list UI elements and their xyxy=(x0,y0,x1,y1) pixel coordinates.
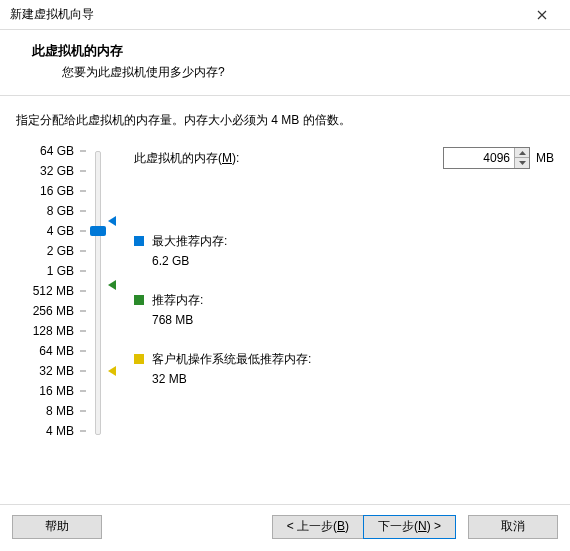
memory-unit: MB xyxy=(536,151,554,165)
scale-label: 8 MB xyxy=(46,405,74,417)
scale-label: 4 MB xyxy=(46,425,74,437)
help-button[interactable]: 帮助 xyxy=(12,515,102,539)
marker-rec-icon xyxy=(108,280,116,290)
close-icon xyxy=(537,10,547,20)
chevron-down-icon xyxy=(519,161,526,165)
spinner-up-button[interactable] xyxy=(515,148,529,158)
footer: 帮助 < 上一步(B) 下一步(N) > 取消 xyxy=(0,504,570,548)
scale-label: 1 GB xyxy=(47,265,74,277)
scale-label: 64 MB xyxy=(39,345,74,357)
min-recommended-block: 客户机操作系统最低推荐内存: 32 MB xyxy=(134,351,554,386)
scale-tick xyxy=(80,371,86,372)
max-recommended-block: 最大推荐内存: 6.2 GB xyxy=(134,233,554,268)
square-yellow-icon xyxy=(134,354,144,364)
spinner-down-button[interactable] xyxy=(515,158,529,168)
memory-input[interactable] xyxy=(444,149,514,167)
marker-min-icon xyxy=(108,366,116,376)
scale-tick xyxy=(80,291,86,292)
min-recommended-value: 32 MB xyxy=(152,372,311,386)
scale-tick xyxy=(80,231,86,232)
scale-label: 32 MB xyxy=(39,365,74,377)
cancel-button[interactable]: 取消 xyxy=(468,515,558,539)
scale-tick xyxy=(80,331,86,332)
instruction-text: 指定分配给此虚拟机的内存量。内存大小必须为 4 MB 的倍数。 xyxy=(16,112,554,129)
scale-tick xyxy=(80,191,86,192)
scale-tick xyxy=(80,391,86,392)
recommended-block: 推荐内存: 768 MB xyxy=(134,292,554,327)
scale-label: 256 MB xyxy=(33,305,74,317)
slider-track xyxy=(95,151,101,435)
max-recommended-value: 6.2 GB xyxy=(152,254,227,268)
memory-input-label: 此虚拟机的内存(M): xyxy=(134,150,443,167)
info-column: 此虚拟机的内存(M): MB xyxy=(118,147,554,439)
scale-tick xyxy=(80,411,86,412)
scale-label: 16 GB xyxy=(40,185,74,197)
square-green-icon xyxy=(134,295,144,305)
scale-label: 16 MB xyxy=(39,385,74,397)
scale-labels-column: 64 GB32 GB16 GB8 GB4 GB2 GB1 GB512 MB256… xyxy=(16,147,88,439)
max-recommended-label: 最大推荐内存: xyxy=(152,233,227,250)
min-recommended-label: 客户机操作系统最低推荐内存: xyxy=(152,351,311,368)
scale-tick xyxy=(80,311,86,312)
next-button[interactable]: 下一步(N) > xyxy=(363,515,456,539)
chevron-up-icon xyxy=(519,151,526,155)
scale-label: 4 GB xyxy=(47,225,74,237)
scale-label: 32 GB xyxy=(40,165,74,177)
scale-tick xyxy=(80,431,86,432)
close-button[interactable] xyxy=(522,1,562,29)
memory-spinner[interactable] xyxy=(443,147,530,169)
scale-label: 128 MB xyxy=(33,325,74,337)
scale-tick xyxy=(80,171,86,172)
scale-tick xyxy=(80,211,86,212)
marker-max-icon xyxy=(108,216,116,226)
page-title: 此虚拟机的内存 xyxy=(32,42,556,60)
scale-label: 64 GB xyxy=(40,145,74,157)
scale-tick xyxy=(80,251,86,252)
scale-label: 2 GB xyxy=(47,245,74,257)
scale-tick xyxy=(80,351,86,352)
content-area: 指定分配给此虚拟机的内存量。内存大小必须为 4 MB 的倍数。 64 GB32 … xyxy=(0,96,570,504)
page-subtitle: 您要为此虚拟机使用多少内存? xyxy=(62,64,556,81)
recommended-value: 768 MB xyxy=(152,313,203,327)
memory-slider[interactable] xyxy=(88,147,118,439)
back-button[interactable]: < 上一步(B) xyxy=(272,515,363,539)
scale-label: 512 MB xyxy=(33,285,74,297)
recommended-label: 推荐内存: xyxy=(152,292,203,309)
wizard-header: 此虚拟机的内存 您要为此虚拟机使用多少内存? xyxy=(0,30,570,96)
square-blue-icon xyxy=(134,236,144,246)
titlebar: 新建虚拟机向导 xyxy=(0,0,570,30)
window-title: 新建虚拟机向导 xyxy=(10,6,522,23)
scale-tick xyxy=(80,151,86,152)
scale-tick xyxy=(80,271,86,272)
scale-label: 8 GB xyxy=(47,205,74,217)
slider-thumb[interactable] xyxy=(90,226,106,236)
